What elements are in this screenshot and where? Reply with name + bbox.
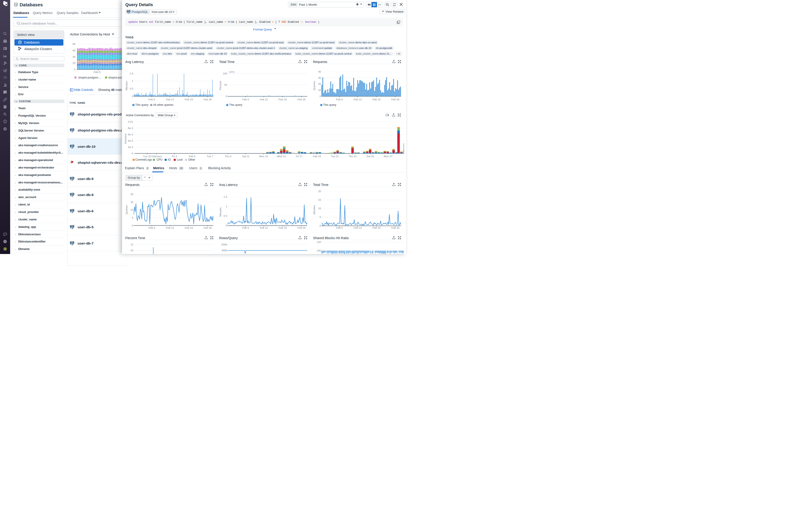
svg-text:?: ? [4, 240, 6, 243]
